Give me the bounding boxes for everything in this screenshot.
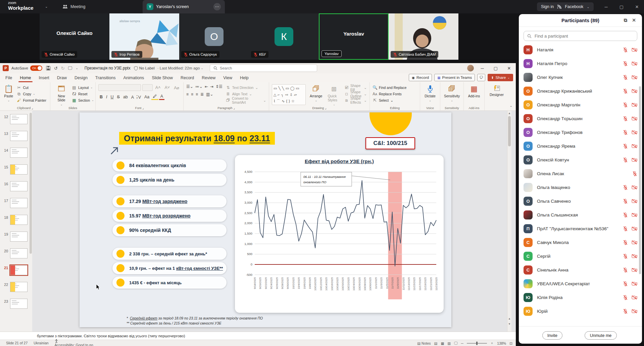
slide-thumbnail[interactable]: 13 <box>3 131 28 141</box>
document-title[interactable]: Презентація по УЗЕ.pptx <box>85 66 131 70</box>
participant-row[interactable]: УВЕА/UWEA Секретаріат <box>519 277 642 291</box>
find-replace-button[interactable]: 🔍Find and Replace <box>373 84 417 91</box>
smartart-button[interactable]: 🗇Convert to SmartArt ⌄ <box>226 97 266 103</box>
notes-toggle[interactable]: ▤ Notes <box>417 341 431 345</box>
quick-styles-button[interactable]: 🗉Quick Styles⌄ <box>326 84 342 105</box>
participant-row[interactable]: Олена Лисак <box>519 167 642 181</box>
participants-scrollbar[interactable] <box>639 86 641 274</box>
italic-button[interactable]: I <box>105 94 108 100</box>
decrease-indent-icon[interactable]: ⇤ <box>205 84 208 89</box>
align-left-icon[interactable]: ≡ <box>186 92 189 97</box>
save-icon[interactable] <box>46 66 51 70</box>
chevron-down-icon[interactable]: ⌄ <box>45 5 48 8</box>
language-status[interactable]: Ukrainian <box>34 341 48 345</box>
zoom-slider[interactable] <box>467 343 487 344</box>
participant-row[interactable]: ООлександр Тєрьошин <box>519 112 642 126</box>
text-shadow-button[interactable]: ab <box>122 94 129 100</box>
tab-design[interactable]: Design <box>75 76 88 80</box>
redo-icon[interactable]: ↻ <box>61 66 65 71</box>
search-box[interactable]: Search <box>210 64 317 72</box>
close-button[interactable]: ✕ <box>630 0 644 13</box>
video-tile-oleksii[interactable]: Олексій Сайко Олексій Сайко <box>40 13 109 60</box>
slide-thumbnail[interactable]: 17 <box>3 198 28 208</box>
scrollbar-thumb[interactable] <box>508 116 511 146</box>
slide-sorter-icon[interactable]: ▦ <box>441 341 444 345</box>
highlight-color-icon[interactable]: 🖉 <box>151 94 158 100</box>
justify-icon[interactable]: ≣ <box>200 92 204 97</box>
addins-button[interactable]: ▦Add-ins <box>466 84 482 99</box>
autosave-toggle[interactable]: On <box>30 65 42 71</box>
participant-row[interactable]: ННаталія <box>519 43 642 57</box>
shrink-font-icon[interactable]: A˅ <box>163 85 171 90</box>
stat-pill[interactable]: 1,25 циклів на день <box>112 174 227 186</box>
cut-button[interactable]: ✂Cut <box>16 84 46 91</box>
slide-thumbnail[interactable]: 21 <box>3 265 28 275</box>
record-button[interactable]: ◉Record <box>409 74 432 81</box>
reading-view-icon[interactable]: ▥ <box>447 341 451 345</box>
line-spacing-icon[interactable]: ⇕☰ <box>215 84 222 89</box>
tab-slideshow[interactable]: Slide Show <box>152 76 173 80</box>
increase-indent-icon[interactable]: ⇥ <box>210 84 213 89</box>
stat-pill[interactable]: 1435 € - ефект на місяць <box>112 277 227 289</box>
participant-row[interactable]: ППрАТ "Луцьксантехмонтаж №536" <box>519 222 642 236</box>
video-tile-olha-s[interactable]: O Ольга Сидорчук <box>179 13 249 60</box>
maximize-button[interactable]: ▢ <box>615 0 628 13</box>
font-size-input[interactable] <box>142 84 153 91</box>
shape-gallery[interactable]: ▭╲╲▭◯▭△⌐┐⇨⇩▱⌇⌒∿{}☆ <box>272 84 306 105</box>
slide-title[interactable]: Отримані результати 18.09 по 23.11 <box>119 132 275 145</box>
grow-font-icon[interactable]: A˄ <box>154 85 162 90</box>
start-slideshow-icon[interactable]: 🖵 <box>68 65 72 71</box>
normal-view-icon[interactable]: ▤ <box>434 341 437 345</box>
reset-button[interactable]: 🗘Reset <box>72 91 94 97</box>
facebook-menu[interactable]: Facebook <box>565 4 583 9</box>
popout-icon[interactable]: ⧉ <box>624 17 627 23</box>
collapse-ribbon-icon[interactable]: ⌃ <box>510 105 512 109</box>
stat-pill[interactable]: 10,9 грн. – ефект на 1 кВт·год ємності У… <box>112 262 227 274</box>
stat-pill[interactable]: 15.97 МВт·год розряджено <box>112 210 227 222</box>
slide-thumbnail[interactable]: 23 <box>3 299 28 309</box>
thumbnail-scrollbar[interactable] <box>30 113 32 254</box>
slide-21[interactable]: Отримані результати 18.09 по 23.11 C&I: … <box>80 112 451 327</box>
dictate-button[interactable]: Dictate⌄ <box>423 84 437 103</box>
format-painter-button[interactable]: 🖌Format Painter <box>16 97 46 103</box>
align-center-icon[interactable]: ≡ <box>191 92 193 97</box>
tab-record[interactable]: Record <box>181 76 194 80</box>
slide-thumbnail[interactable]: 15 <box>3 164 28 175</box>
participant-search[interactable] <box>524 31 637 41</box>
participant-row[interactable]: Олег Купчик <box>519 70 642 84</box>
sensitivity-button[interactable]: 🗊Sensitivity⌄ <box>443 84 461 103</box>
strikethrough-button[interactable]: S <box>116 94 121 100</box>
fit-to-window-icon[interactable]: ⊡ <box>509 341 512 345</box>
participant-row[interactable]: ООльга Савченко <box>519 194 642 208</box>
stat-pill[interactable]: 17.29 МВт·год заряджено <box>112 195 227 207</box>
present-in-teams-button[interactable]: ▦Present in Teams <box>434 74 475 81</box>
zoom-in-icon[interactable]: ＋ <box>490 341 494 346</box>
tab-help[interactable]: Help <box>240 76 249 80</box>
participant-row[interactable]: ООлександр Трифонов <box>519 126 642 139</box>
slide-thumbnail[interactable]: 18 <box>3 215 28 225</box>
align-right-icon[interactable]: ≡ <box>196 92 198 97</box>
text-direction-button[interactable]: ⇅Text Direction ⌄ <box>226 84 266 91</box>
participant-row[interactable]: ООлександр Крижанівський <box>519 84 642 98</box>
slide-thumbnail[interactable]: 14 <box>3 148 28 158</box>
participant-row[interactable]: Ольга Слышинская <box>519 208 642 222</box>
tab-yaroslav-screen[interactable]: Y Yaroslav's screen ⋯ <box>143 0 225 13</box>
invite-button[interactable]: Invite <box>542 331 562 340</box>
layout-button[interactable]: ▤Layout⌄ <box>72 84 94 91</box>
participant-row[interactable]: ННаталія Петро <box>519 57 642 70</box>
toolbar-overflow-icon[interactable]: ⌄ <box>76 66 78 70</box>
slide-number-status[interactable]: Slide 21 of 27 <box>6 341 28 345</box>
participant-row[interactable]: ССергій <box>519 249 642 263</box>
select-button[interactable]: ⇱Select ⌄ <box>373 97 417 103</box>
stat-pill[interactable]: 2 338 грн. – середній ефект за день* <box>112 248 227 260</box>
participant-row[interactable]: ООлександр Ярема <box>519 139 642 153</box>
video-tile-yaroslav[interactable]: Yaroslav Yaroslav <box>319 13 389 60</box>
slide-thumbnail-panel[interactable]: 121314151617181920212223 <box>0 111 32 332</box>
vertical-scrollbar[interactable]: ▲ ▲ ▼ <box>507 111 511 332</box>
shape-effects-button[interactable]: 🗈Shape Effects ⌄ <box>345 97 367 103</box>
font-name-input[interactable] <box>98 84 141 91</box>
scroll-up-icon[interactable]: ▲ <box>507 112 511 115</box>
participant-row[interactable]: ССінельнік Анна <box>519 263 642 277</box>
participant-row[interactable]: ЮЮлія Родіна <box>519 291 642 304</box>
participant-row[interactable]: ЮЮрій <box>519 304 642 318</box>
